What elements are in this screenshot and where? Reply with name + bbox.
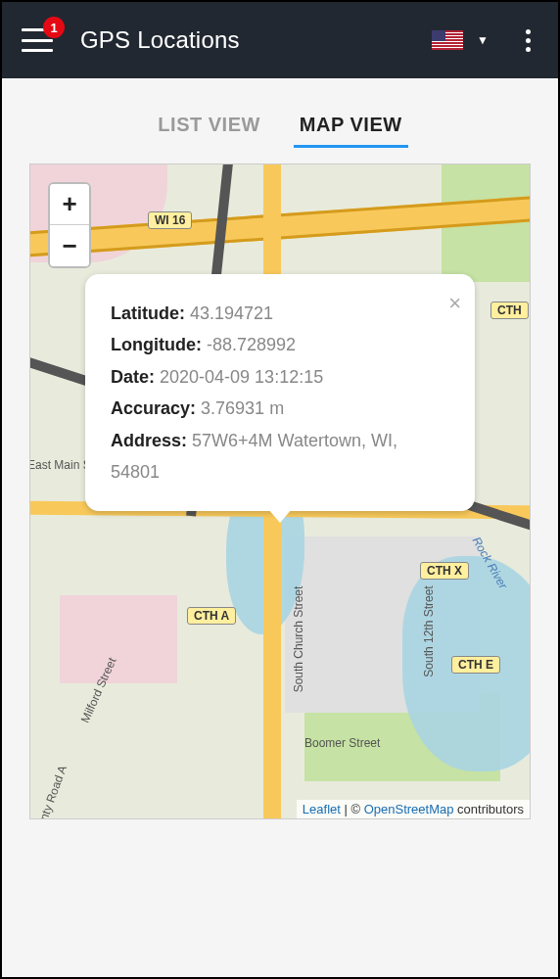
language-selector[interactable]: ▼ [432,30,489,50]
location-popup: × Latitude: 43.194721 Longitude: -88.728… [85,274,475,511]
notification-badge: 1 [43,17,65,38]
route-shield: CTH [490,302,529,319]
zoom-out-button[interactable]: − [50,225,89,266]
osm-link[interactable]: OpenStreetMap [364,802,454,816]
popup-address: Address: 57W6+4M Watertown, WI, 54801 [111,425,449,489]
popup-accuracy: Accuracy: 3.76931 m [111,393,449,424]
content-area: LIST VIEW MAP VIEW WI 16 CTH A CTH X CTH… [2,78,558,977]
menu-icon[interactable]: 1 [22,28,53,52]
leaflet-link[interactable]: Leaflet [303,802,341,816]
tab-map-view[interactable]: MAP VIEW [300,114,402,146]
chevron-down-icon: ▼ [477,33,489,47]
page-title: GPS Locations [80,26,240,54]
more-options-icon[interactable] [518,22,538,60]
popup-longitude: Longitude: -88.728992 [111,329,449,360]
view-tabs: LIST VIEW MAP VIEW [2,78,558,158]
route-shield: CTH X [420,562,469,580]
us-flag-icon [432,30,463,50]
tab-list-view[interactable]: LIST VIEW [158,114,260,146]
route-shield: CTH A [187,607,236,625]
zoom-in-button[interactable]: + [50,184,89,225]
popup-latitude: Latitude: 43.194721 [111,298,449,329]
street-label: Boomer Street [304,736,380,750]
street-label: South 12th Street [422,585,436,676]
app-header: 1 GPS Locations ▼ [2,2,558,78]
street-label: nty Road A [37,764,70,819]
map-container[interactable]: WI 16 CTH A CTH X CTH E CTH East Main St… [29,163,531,819]
popup-date: Date: 2020-04-09 13:12:15 [111,361,449,393]
close-icon[interactable]: × [448,284,461,323]
map-attribution: Leaflet | © OpenStreetMap contributors [297,800,530,818]
route-shield: WI 16 [148,211,192,229]
zoom-controls: + − [48,182,91,268]
route-shield: CTH E [451,656,500,674]
street-label: South Church Street [292,586,305,693]
